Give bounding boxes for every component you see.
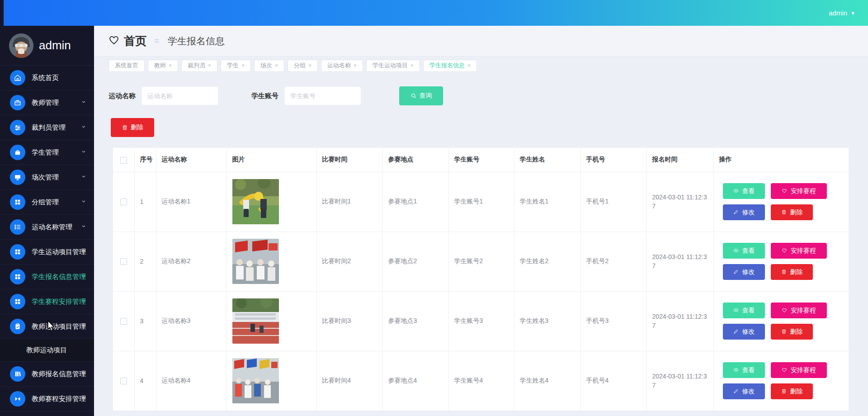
sidebar-item[interactable]: 裁判员管理 xyxy=(0,115,94,140)
breadcrumb: 首页 学生报名信息 xyxy=(94,26,868,57)
arrange-schedule-button[interactable]: 安排赛程 xyxy=(771,243,827,259)
tab-裁判员[interactable]: 裁判员× xyxy=(181,60,217,72)
sidebar-item[interactable]: 分组管理 xyxy=(0,190,94,215)
sidebar-item[interactable]: 学生管理 xyxy=(0,140,94,165)
sidebar-item[interactable]: 学生赛程安排管理 xyxy=(0,289,94,314)
tab-场次[interactable]: 场次× xyxy=(254,60,284,72)
view-button[interactable]: 查看 xyxy=(723,183,765,199)
breadcrumb-home[interactable]: 首页 xyxy=(124,33,146,48)
sidebar-item-label: 学生赛程安排管理 xyxy=(32,298,86,306)
tab-学生运动项目[interactable]: 学生运动项目× xyxy=(366,60,420,72)
heart-icon xyxy=(781,307,788,314)
sidebar-item[interactable]: 学生运动项目管理 xyxy=(0,240,94,265)
delete-button[interactable]: 删除 xyxy=(771,204,813,220)
sport-name-input[interactable] xyxy=(142,87,218,105)
select-all-checkbox[interactable] xyxy=(120,157,127,164)
query-button[interactable]: 查询 xyxy=(399,86,443,105)
column-header: 学生姓名 xyxy=(514,148,580,172)
sidebar-item[interactable]: 教师运动项目管理 xyxy=(0,314,94,339)
sidebar-item[interactable]: 教师报名信息管理 xyxy=(0,362,94,387)
eye-icon xyxy=(733,307,740,314)
sidebar-item[interactable]: 教师管理 xyxy=(0,90,94,115)
sidebar-item-label: 运动名称管理 xyxy=(32,223,72,232)
sidebar-item-label: 学生运动项目管理 xyxy=(32,248,86,256)
close-icon[interactable]: × xyxy=(354,62,357,69)
close-icon[interactable]: × xyxy=(208,62,211,69)
close-icon[interactable]: × xyxy=(308,62,311,69)
row-checkbox[interactable] xyxy=(120,318,127,325)
sidebar-item-label: 学生管理 xyxy=(32,148,59,157)
tab-学生报名信息[interactable]: 学生报名信息× xyxy=(423,60,477,72)
close-icon[interactable]: × xyxy=(169,62,172,69)
edit-button[interactable]: 修改 xyxy=(723,264,765,280)
row-checkbox[interactable] xyxy=(120,199,127,205)
user-menu[interactable]: admin ▼ xyxy=(829,0,855,26)
chevron-down-icon xyxy=(80,99,87,107)
sidebar-item-label: 分组管理 xyxy=(32,198,59,207)
tab-分组[interactable]: 分组× xyxy=(288,60,318,72)
arrange-schedule-button[interactable]: 安排赛程 xyxy=(771,183,827,199)
table-row: 1运动名称1比赛时间1参赛地点1学生账号1学生姓名1手机号12024-03-01… xyxy=(113,172,849,232)
tab-系统首页[interactable]: 系统首页 xyxy=(108,60,145,72)
sidebar-item[interactable]: 学生报名信息管理 xyxy=(0,265,94,289)
delete-button[interactable]: 删除 xyxy=(771,383,813,399)
main-content: 首页 学生报名信息 系统首页教师×裁判员×学生×场次×分组×运动名称×学生运动项… xyxy=(94,26,868,416)
tab-教师[interactable]: 教师× xyxy=(148,60,178,72)
user-name: admin xyxy=(829,9,847,17)
clipboard-icon xyxy=(10,319,25,334)
heart-icon xyxy=(781,247,788,254)
list-icon xyxy=(10,219,25,235)
table-row: 3运动名称3比赛时间3参赛地点3学生账号3学生姓名3手机号32024-03-01… xyxy=(113,291,849,351)
topbar: admin ▼ xyxy=(4,0,868,26)
bulk-delete-button[interactable]: 删除 xyxy=(111,118,154,137)
breadcrumb-separator-icon xyxy=(155,39,159,43)
search-form: 运动名称 学生账号 查询 xyxy=(108,86,868,105)
sidebar-item[interactable]: 运动名称管理 xyxy=(0,215,94,240)
sport-name-label: 运动名称 xyxy=(108,92,136,100)
column-header: 报名时间 xyxy=(646,148,713,172)
sidebar-menu: 系统首页教师管理裁判员管理学生管理场次管理分组管理运动名称管理学生运动项目管理学… xyxy=(0,66,94,411)
data-table: 序号运动名称图片比赛时间参赛地点学生账号学生姓名手机号报名时间操作 1运动名称1… xyxy=(113,148,849,411)
column-header: 比赛时间 xyxy=(316,148,382,172)
trash-icon xyxy=(122,124,128,131)
chevron-down-icon: ▼ xyxy=(850,10,855,16)
sidebar-item-label: 学生报名信息管理 xyxy=(32,273,86,281)
column-header: 手机号 xyxy=(580,148,646,172)
grid-icon xyxy=(10,194,25,210)
delete-button[interactable]: 删除 xyxy=(771,324,813,340)
sidebar-item[interactable]: 场次管理 xyxy=(0,165,94,190)
column-header: 图片 xyxy=(226,148,316,172)
edit-button[interactable]: 修改 xyxy=(723,324,765,340)
arrange-schedule-button[interactable]: 安排赛程 xyxy=(771,362,827,378)
pencil-icon xyxy=(733,388,740,395)
tab-运动名称[interactable]: 运动名称× xyxy=(321,60,363,72)
sidebar-item[interactable]: 系统首页 xyxy=(0,66,94,90)
view-button[interactable]: 查看 xyxy=(723,303,765,318)
student-account-label: 学生账号 xyxy=(251,92,278,100)
sidebar-item-label: 教师赛程安排管理 xyxy=(32,395,86,403)
avatar xyxy=(9,33,33,58)
row-checkbox[interactable] xyxy=(120,378,127,384)
chevron-down-icon xyxy=(80,248,87,256)
chevron-down-icon xyxy=(80,198,87,206)
edit-button[interactable]: 修改 xyxy=(723,204,765,220)
arrange-schedule-button[interactable]: 安排赛程 xyxy=(771,303,827,318)
dragon-dance-photo xyxy=(232,179,279,224)
edit-button[interactable]: 修改 xyxy=(723,383,765,399)
close-icon[interactable]: × xyxy=(275,62,278,69)
tab-学生[interactable]: 学生× xyxy=(221,60,251,72)
chevron-down-icon xyxy=(80,148,87,156)
close-icon[interactable]: × xyxy=(410,62,414,69)
row-checkbox[interactable] xyxy=(120,258,127,265)
sidebar-subitem[interactable]: 教师运动项目 xyxy=(0,339,94,362)
view-button[interactable]: 查看 xyxy=(723,362,765,378)
close-icon[interactable]: × xyxy=(241,62,245,69)
home-icon xyxy=(10,70,25,85)
view-button[interactable]: 查看 xyxy=(723,243,765,259)
table-row: 2运动名称2比赛时间2参赛地点2学生账号2学生姓名2手机号22024-03-01… xyxy=(113,232,849,291)
sidebar-item[interactable]: 教师赛程安排管理 xyxy=(0,387,94,411)
delete-button[interactable]: 删除 xyxy=(771,264,813,280)
student-account-input[interactable] xyxy=(285,87,361,105)
close-icon[interactable]: × xyxy=(467,62,471,69)
chevron-down-icon xyxy=(80,273,87,281)
